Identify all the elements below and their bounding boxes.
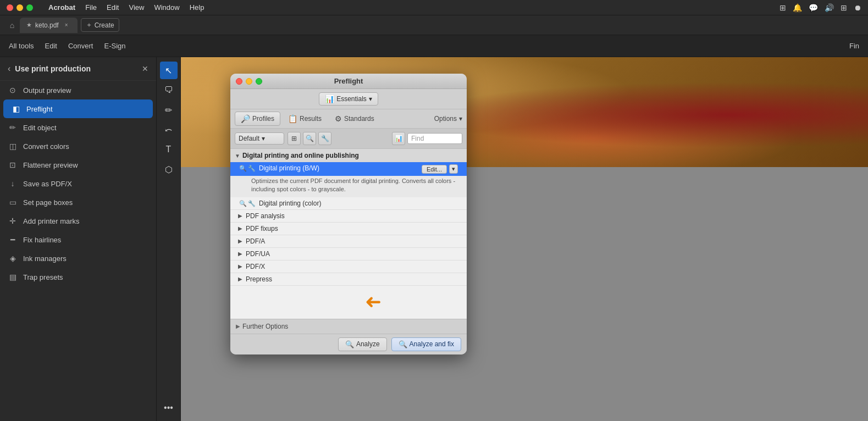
vtool-more[interactable]: ••• [160, 399, 178, 417]
options-chevron-icon: ▾ [459, 115, 462, 123]
filter-select-dropdown[interactable]: Default ▾ [235, 132, 284, 145]
sidebar-back-button[interactable]: ‹ [8, 64, 10, 74]
sidebar-item-output-preview[interactable]: ⊙ Output preview [0, 81, 156, 99]
sidebar-item-add-printer-marks[interactable]: ✛ Add printer marks [0, 212, 156, 230]
maximize-button[interactable] [26, 4, 33, 11]
default-filter-label: Default [239, 135, 259, 142]
tree-group-pdf-x: ▶ PDF/X [230, 261, 467, 273]
nav-options-button[interactable]: Options ▾ [434, 115, 462, 123]
tree-group-label-pdfua: PDF/UA [246, 250, 270, 258]
menu-edit[interactable]: Edit [107, 3, 119, 12]
minimize-button[interactable] [16, 4, 23, 11]
tree-group-header-analysis[interactable]: ▶ PDF analysis [230, 210, 467, 222]
toolbar-edit[interactable]: Edit [45, 40, 57, 52]
nav-tab-results[interactable]: 📋 Results [283, 112, 327, 125]
analyze-fix-button[interactable]: 🔍 Analyze and fix [391, 337, 461, 351]
sidebar-item-set-page-boxes[interactable]: ▭ Set page boxes [0, 193, 156, 212]
tab-close-button[interactable]: × [62, 21, 71, 30]
dialog-close-button[interactable] [236, 78, 242, 85]
tree-group-label-digital: Digital printing and online publishing [242, 152, 359, 159]
filter-chart-button[interactable]: 📊 [392, 132, 405, 145]
sidebar-close-button[interactable]: ✕ [142, 64, 148, 73]
dialog-actions: 🔍 Analyze 🔍 Analyze and fix [230, 334, 467, 354]
tree-item-digital-bw[interactable]: 🔍 🔧 Digital printing (B/W) Edit... ▾ [230, 162, 467, 176]
edit-item-button[interactable]: Edit... [422, 165, 447, 174]
group-icon: ⊞ [291, 135, 297, 142]
vtool-text[interactable]: T [160, 141, 178, 158]
add-printer-marks-icon: ✛ [8, 217, 18, 225]
dialog-maximize-button[interactable] [256, 78, 262, 85]
magnify-color-icon: 🔍 [239, 200, 247, 207]
analyze-button[interactable]: 🔍 Analyze [338, 337, 387, 351]
filter-search-icon-button[interactable]: 🔍 [303, 132, 316, 145]
profiles-tab-icon: 🔎 [241, 114, 250, 123]
group-collapsed-arrow-fixups-icon: ▶ [238, 225, 242, 231]
sidebar-item-label-fix-hairlines: Fix hairlines [23, 236, 61, 244]
close-button[interactable] [7, 4, 13, 11]
wrench-color-icon: 🔧 [248, 200, 256, 207]
tree-group-header-digital[interactable]: ▼ Digital printing and online publishing [230, 149, 467, 162]
nav-tab-profiles[interactable]: 🔎 Profiles [235, 112, 280, 126]
save-pdfx-icon: ↓ [8, 179, 18, 188]
results-tab-icon: 📋 [288, 114, 297, 123]
tree-group-header-fixups[interactable]: ▶ PDF fixups [230, 223, 467, 235]
home-button[interactable]: ⌂ [4, 18, 20, 33]
filter-wrench-icon-button[interactable]: 🔧 [318, 132, 331, 145]
menu-acrobat[interactable]: Acrobat [48, 3, 75, 12]
vtool-comment[interactable]: 🗨 [160, 81, 178, 99]
menu-window[interactable]: Window [154, 3, 179, 12]
tab-bar: ⌂ ★ keto.pdf × ＋ Create [0, 15, 868, 35]
tree-item-digital-color[interactable]: 🔍 🔧 Digital printing (color) [230, 197, 467, 209]
menu-view[interactable]: View [129, 3, 144, 12]
text-tool-icon: T [166, 145, 172, 154]
tree-group-pdf-fixups: ▶ PDF fixups [230, 223, 467, 235]
tree-item-bw-description: Optimizes the current PDF document for d… [230, 176, 467, 197]
tree-group-header-pdfx[interactable]: ▶ PDF/X [230, 261, 467, 273]
sidebar-item-fix-hairlines[interactable]: ━ Fix hairlines [0, 230, 156, 249]
sidebar-item-label-flattener-preview: Flattener preview [23, 161, 78, 169]
sidebar-item-label-preflight: Preflight [26, 105, 53, 113]
find-input[interactable]: Find [407, 133, 462, 144]
group-collapsed-arrow-pdfua-icon: ▶ [238, 251, 242, 257]
analyze-icon: 🔍 [345, 340, 354, 348]
vtool-pencil[interactable]: ✏ [160, 101, 178, 119]
toolbar-all-tools[interactable]: All tools [9, 40, 34, 52]
dialog-minimize-button[interactable] [246, 78, 252, 85]
record-icon: ⏺ [854, 3, 861, 12]
sidebar-item-save-as-pdfx[interactable]: ↓ Save as PDF/X [0, 174, 156, 193]
vtool-stamp[interactable]: ⬡ [160, 160, 178, 178]
fix-hairlines-icon: ━ [8, 235, 18, 244]
essentials-icon: 📊 [325, 95, 334, 103]
create-button[interactable]: ＋ Create [81, 18, 119, 32]
profiles-tab-label: Profiles [252, 115, 274, 123]
ink-managers-icon: ◈ [8, 254, 18, 263]
tree-group-header-prepress[interactable]: ▶ Prepress [230, 273, 467, 285]
nav-tab-standards[interactable]: ⚙ Standards [329, 112, 380, 125]
tree-group-pdf-analysis: ▶ PDF analysis [230, 210, 467, 223]
sidebar-item-preflight[interactable]: ◧ Preflight [3, 99, 153, 118]
tree-group-header-pdfa[interactable]: ▶ PDF/A [230, 235, 467, 247]
vtool-link[interactable]: ⤺ [160, 121, 178, 139]
edit-arrow-button[interactable]: ▾ [449, 164, 458, 174]
grid-icon: ⊞ [841, 3, 847, 12]
vertical-toolbar: ↖ 🗨 ✏ ⤺ T ⬡ ••• [157, 57, 181, 421]
group-collapsed-arrow-pdfx-icon: ▶ [238, 263, 242, 269]
sidebar-item-convert-colors[interactable]: ◫ Convert colors [0, 137, 156, 156]
further-options-toggle[interactable]: ▶ Further Options [230, 319, 467, 334]
sidebar-item-trap-presets[interactable]: ▤ Trap presets [0, 268, 156, 286]
toolbar-convert[interactable]: Convert [68, 40, 93, 52]
document-tab[interactable]: ★ keto.pdf × [20, 18, 78, 33]
arrow-indicator: ➜ [365, 290, 382, 313]
sidebar-item-flattener-preview[interactable]: ⊡ Flattener preview [0, 156, 156, 174]
sidebar-title: Use print production [15, 64, 137, 73]
menu-file[interactable]: File [85, 3, 97, 12]
sidebar-item-edit-object[interactable]: ✏ Edit object [0, 118, 156, 137]
sidebar-item-ink-managers[interactable]: ◈ Ink managers [0, 249, 156, 268]
essentials-button[interactable]: 📊 Essentials ▾ [319, 92, 378, 106]
tree-group-header-pdfua[interactable]: ▶ PDF/UA [230, 248, 467, 260]
vtool-select[interactable]: ↖ [160, 62, 178, 79]
menu-help[interactable]: Help [190, 3, 204, 12]
filter-group-icon-button[interactable]: ⊞ [288, 132, 301, 145]
toolbar-esign[interactable]: E-Sign [104, 40, 125, 52]
group-expanded-arrow-icon: ▼ [235, 153, 240, 159]
